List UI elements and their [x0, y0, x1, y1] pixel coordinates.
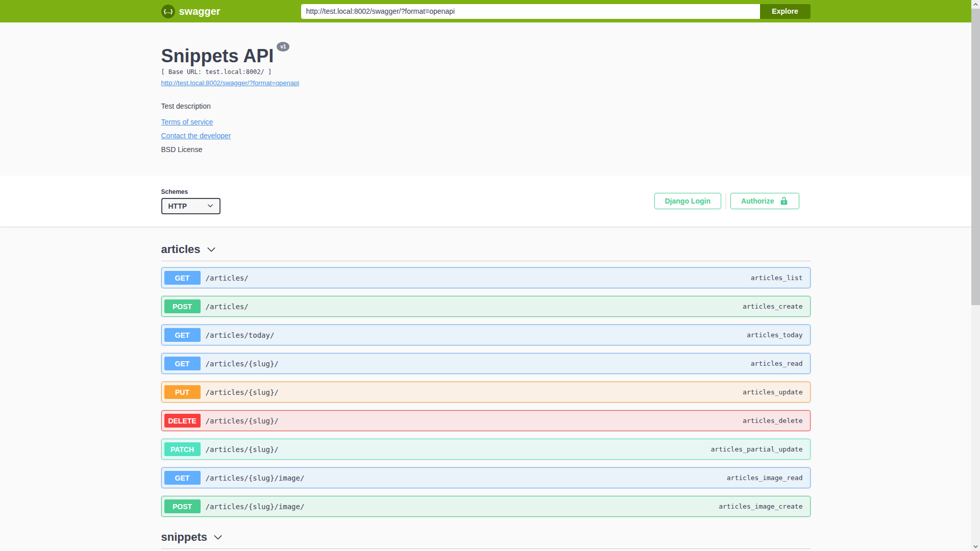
contact-developer-link[interactable]: Contact the developer — [161, 132, 231, 140]
http-method-badge: GET — [164, 357, 201, 370]
operation-id: articles_read — [751, 360, 803, 367]
swagger-logo-text: swagger — [179, 6, 220, 17]
unlock-icon — [779, 196, 789, 206]
http-method-badge: GET — [164, 471, 201, 485]
operation-id: articles_partial_update — [710, 445, 802, 453]
scrollbar-up-arrow-icon[interactable] — [971, 0, 980, 9]
chevron-down-icon — [213, 533, 223, 542]
terms-of-service-link[interactable]: Terms of service — [161, 118, 213, 126]
endpoint-path: /articles/{slug}/ — [206, 417, 279, 425]
section-title: snippets — [161, 531, 207, 544]
authorize-button[interactable]: Authorize — [730, 193, 799, 209]
endpoint-row[interactable]: PATCH /articles/{slug}/ articles_partial… — [161, 439, 811, 460]
operations-list: articles GET /articles/ articles_list PO… — [161, 243, 811, 551]
http-method-badge: POST — [164, 299, 201, 313]
chevron-down-icon — [207, 202, 213, 210]
base-url-text: [ Base URL: test.local:8002/ ] — [161, 68, 811, 76]
operation-id: articles_list — [751, 274, 803, 282]
endpoint-row[interactable]: GET /articles/ articles_list — [161, 267, 811, 288]
endpoint-row[interactable]: POST /articles/ articles_create — [161, 296, 811, 317]
http-method-badge: GET — [164, 328, 201, 342]
endpoint-path: /articles/{slug}/ — [206, 445, 279, 454]
swagger-ui-page: {…} swagger Explore Snippets APIv1 [ Bas… — [0, 0, 971, 551]
http-method-badge: DELETE — [164, 414, 201, 428]
django-login-label: Django Login — [665, 197, 710, 205]
django-login-button[interactable]: Django Login — [654, 193, 721, 209]
http-method-badge: POST — [164, 499, 201, 513]
http-method-badge: PATCH — [164, 442, 201, 456]
http-method-badge: PUT — [164, 385, 201, 399]
endpoint-row[interactable]: GET /articles/{slug}/ articles_read — [161, 353, 811, 374]
explore-button[interactable]: Explore — [760, 4, 811, 19]
vertical-scrollbar[interactable] — [971, 0, 980, 551]
operation-rows: GET /snippets/ snippets_list — [161, 549, 811, 551]
http-method-badge: GET — [164, 271, 201, 285]
schemes-block: Schemes HTTP — [161, 188, 220, 214]
scrollbar-thumb[interactable] — [971, 9, 980, 305]
info-section: Snippets APIv1 [ Base URL: test.local:80… — [0, 22, 971, 176]
endpoint-row[interactable]: DELETE /articles/{slug}/ articles_delete — [161, 410, 811, 431]
version-badge: v1 — [277, 42, 289, 52]
scrollbar-down-arrow-icon[interactable] — [971, 542, 980, 551]
page-title: Snippets API — [161, 45, 274, 66]
operation-id: articles_today — [747, 331, 803, 339]
section-title: articles — [161, 243, 201, 256]
api-section: snippets GET /snippets/ snippets_list — [161, 531, 811, 551]
endpoint-path: /articles/{slug}/ — [206, 388, 279, 396]
swagger-logo-icon: {…} — [161, 5, 175, 18]
auth-wrapper: Django Login Authorize — [654, 193, 811, 209]
endpoint-row[interactable]: POST /articles/{slug}/image/ articles_im… — [161, 496, 811, 517]
operation-id: articles_create — [743, 303, 802, 310]
section-header[interactable]: snippets — [161, 531, 811, 544]
topbar: {…} swagger Explore — [0, 0, 971, 22]
endpoint-row[interactable]: GET /articles/today/ articles_today — [161, 324, 811, 345]
chevron-down-icon — [207, 245, 216, 254]
endpoint-path: /articles/ — [206, 274, 249, 282]
endpoint-path: /articles/today/ — [206, 331, 275, 339]
license-text: BSD License — [161, 145, 811, 176]
auth-divider — [725, 193, 726, 209]
spec-url-form: Explore — [301, 4, 811, 19]
schemes-label: Schemes — [161, 188, 220, 195]
title-row: Snippets APIv1 — [161, 46, 811, 66]
operation-id: articles_image_create — [719, 503, 802, 510]
endpoint-path: /articles/{slug}/ — [206, 360, 279, 368]
swagger-logo[interactable]: {…} swagger — [161, 5, 220, 18]
authorize-label: Authorize — [741, 197, 774, 205]
endpoint-path: /articles/{slug}/image/ — [206, 474, 305, 482]
schemes-selected-value: HTTP — [168, 202, 187, 210]
endpoint-row[interactable]: GET /articles/{slug}/image/ articles_ima… — [161, 467, 811, 488]
operations-area: articles GET /articles/ articles_list PO… — [0, 227, 971, 551]
api-description: Test description — [161, 102, 811, 110]
operation-rows: GET /articles/ articles_list POST /artic… — [161, 261, 811, 517]
scheme-container: Schemes HTTP Django Login Authorize — [0, 176, 971, 227]
endpoint-path: /articles/ — [206, 303, 249, 311]
spec-url-input[interactable] — [301, 4, 760, 19]
operation-id: articles_delete — [743, 417, 802, 424]
api-section: articles GET /articles/ articles_list PO… — [161, 243, 811, 517]
endpoint-row[interactable]: PUT /articles/{slug}/ articles_update — [161, 382, 811, 403]
section-header[interactable]: articles — [161, 243, 811, 256]
operation-id: articles_image_read — [727, 474, 803, 482]
operation-id: articles_update — [743, 388, 802, 396]
schemes-select[interactable]: HTTP — [161, 198, 220, 214]
spec-link[interactable]: http://test.local:8002/swagger/?format=o… — [161, 79, 300, 87]
endpoint-path: /articles/{slug}/image/ — [206, 503, 305, 511]
